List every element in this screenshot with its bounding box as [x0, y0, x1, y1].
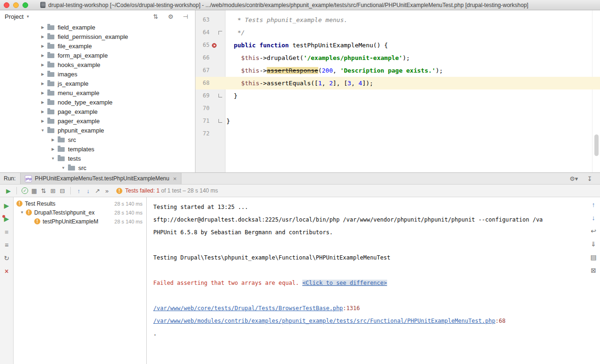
- code-line-72[interactable]: 72: [195, 127, 600, 140]
- more-options-icon[interactable]: »: [102, 186, 112, 195]
- project-tree-item-field_permission_example[interactable]: ▶field_permission_example: [0, 32, 195, 41]
- fold-marker-icon[interactable]: [218, 89, 224, 102]
- code-line-66[interactable]: 66 $this->drupalGet('/examples/phpunit-e…: [195, 52, 600, 64]
- zoom-button[interactable]: [22, 2, 28, 8]
- project-tree-item-images[interactable]: ▶images: [0, 69, 195, 79]
- chevron-collapsed-icon[interactable]: ▶: [39, 63, 46, 67]
- collapse-all-button[interactable]: ⊟: [58, 186, 67, 195]
- chevron-collapsed-icon[interactable]: ▶: [39, 53, 46, 58]
- test-tree-row-2[interactable]: testPhpUnitExampleM28 s 140 ms: [14, 217, 146, 226]
- chevron-expanded-icon[interactable]: ▼: [39, 128, 46, 133]
- test-tree-row-0[interactable]: Test Results28 s 140 ms: [14, 199, 146, 208]
- chevron-expanded-icon[interactable]: ▼: [18, 210, 26, 215]
- project-tree-item-menu_example[interactable]: ▶menu_example: [0, 88, 195, 97]
- chevron-collapsed-icon[interactable]: ▶: [39, 25, 46, 30]
- show-ignored-button[interactable]: ▦: [30, 186, 39, 195]
- project-tree-item-page_example[interactable]: ▶page_example: [0, 107, 195, 116]
- sort-alphabetically-button[interactable]: ⇅: [39, 186, 48, 195]
- project-tree-item-hooks_example[interactable]: ▶hooks_example: [0, 60, 195, 69]
- failed-test-gutter-icon[interactable]: [210, 39, 218, 52]
- down-stacktrace-button[interactable]: ↓: [589, 213, 598, 223]
- close-run-panel-button[interactable]: ×: [2, 267, 11, 276]
- chevron-expanded-icon[interactable]: ▼: [50, 156, 56, 161]
- code-line-65[interactable]: 65 public function testPhpUnitExampleMen…: [195, 39, 600, 52]
- project-tree-item-file_example[interactable]: ▶file_example: [0, 41, 195, 51]
- test-history-button[interactable]: ↻: [2, 253, 11, 263]
- project-tree-item-pager_example[interactable]: ▶pager_example: [0, 116, 195, 126]
- fold-marker-icon[interactable]: [218, 26, 224, 39]
- minimize-button[interactable]: [13, 2, 19, 8]
- up-stacktrace-button[interactable]: ↑: [589, 200, 598, 209]
- code-editor[interactable]: 63 * Tests phpunit_example menus.64 */65…: [195, 10, 600, 172]
- soft-wrap-button[interactable]: ↩: [589, 226, 598, 236]
- code-line-70[interactable]: 70: [195, 102, 600, 115]
- import-test-results-button[interactable]: ↗: [93, 186, 102, 195]
- code-line-68[interactable]: 68 $this->assertEquals([1, 2], [3, 4]);: [195, 77, 600, 89]
- tree-item-label: phpunit_example: [58, 127, 104, 134]
- next-failed-test-button[interactable]: ↓: [83, 186, 93, 195]
- chevron-expanded-icon[interactable]: ▼: [60, 166, 67, 170]
- fold-marker-icon[interactable]: [218, 115, 224, 127]
- project-tree-item-tests[interactable]: ▼tests: [0, 154, 195, 163]
- chevron-collapsed-icon[interactable]: ▶: [39, 100, 46, 104]
- chevron-collapsed-icon[interactable]: ▶: [39, 119, 46, 123]
- scroll-to-end-button[interactable]: ⇓: [589, 239, 598, 249]
- stop-button[interactable]: ■: [2, 227, 11, 237]
- code-line-67[interactable]: 67 $this->assertResponse(200, 'Descripti…: [195, 64, 600, 77]
- code-line-69[interactable]: 69 }: [195, 89, 600, 102]
- status-detail-text: of 1 test – 28 s 140 ms: [159, 187, 218, 194]
- project-tree-item-src[interactable]: ▶src: [0, 135, 195, 144]
- folder-icon: [68, 166, 75, 171]
- settings-gear-icon[interactable]: ⚙: [166, 12, 175, 21]
- project-panel-title: Project: [5, 13, 23, 20]
- rerun-test-button[interactable]: ▶: [2, 201, 11, 210]
- rerun-all-tests-button[interactable]: ▶: [4, 186, 13, 195]
- project-view-selector[interactable]: Project ▼: [5, 13, 30, 20]
- chevron-collapsed-icon[interactable]: ▶: [50, 147, 56, 151]
- project-tree-item-field_example[interactable]: ▶field_example: [0, 22, 195, 32]
- code-line-64[interactable]: 64 */: [195, 26, 600, 39]
- project-tree-item-form_api_example[interactable]: ▶form_api_example: [0, 51, 195, 60]
- restore-layout-button[interactable]: ≡: [2, 240, 11, 250]
- project-tree-item-templates[interactable]: ▶templates: [0, 144, 195, 154]
- expand-all-button[interactable]: ⊞: [48, 186, 58, 195]
- chevron-collapsed-icon[interactable]: ▶: [39, 110, 46, 114]
- project-tree-item-src[interactable]: ▼src: [0, 163, 195, 172]
- project-tree-item-node_type_example[interactable]: ▶node_type_example: [0, 97, 195, 107]
- run-tab-close-icon[interactable]: ×: [173, 176, 177, 182]
- difference-link[interactable]: <Click to see difference>: [302, 280, 387, 286]
- previous-failed-test-button[interactable]: ↑: [74, 186, 83, 195]
- tree-item-label: file_example: [58, 43, 92, 50]
- chevron-collapsed-icon[interactable]: ▶: [50, 138, 56, 142]
- chevron-collapsed-icon[interactable]: ▶: [39, 35, 46, 39]
- run-tab[interactable]: php PHPUnitExampleMenuTest.testPhpUnitEx…: [20, 173, 181, 184]
- code-line-71[interactable]: 71}: [195, 115, 600, 127]
- stack-frame-link[interactable]: /var/www/web/modules/contrib/examples/ph…: [153, 318, 495, 324]
- print-button[interactable]: ▤: [589, 253, 598, 262]
- project-tree-item-phpunit_example[interactable]: ▼phpunit_example: [0, 126, 195, 135]
- console-line-3: [153, 239, 587, 252]
- clear-console-button[interactable]: ⊠: [589, 266, 598, 275]
- test-tree-row-1[interactable]: ▼Drupal\Tests\phpunit_ex28 s 140 ms: [14, 208, 146, 217]
- editor-scrollbar-thumb[interactable]: [594, 134, 599, 156]
- hide-panel-icon[interactable]: ⊣: [181, 12, 190, 21]
- hide-run-panel-icon[interactable]: ↧: [585, 174, 594, 183]
- chevron-collapsed-icon[interactable]: ▶: [39, 44, 46, 48]
- gutter: 66: [195, 52, 225, 64]
- collapse-all-icon[interactable]: ⇅: [151, 12, 160, 21]
- rerun-failed-tests-button[interactable]: ▶: [2, 214, 11, 223]
- stack-frame-link[interactable]: /var/www/web/core/tests/Drupal/Tests/Bro…: [153, 305, 343, 312]
- show-passed-button[interactable]: ✓: [22, 187, 28, 194]
- close-button[interactable]: [4, 2, 9, 8]
- chevron-collapsed-icon[interactable]: ▶: [39, 72, 46, 76]
- console-text: Testing Drupal\Tests\phpunit_example\Fun…: [153, 254, 390, 261]
- project-tree-item-js_example[interactable]: ▶js_example: [0, 79, 195, 88]
- run-settings-gear-icon[interactable]: ⚙▾: [569, 174, 578, 183]
- code-line-63[interactable]: 63 * Tests phpunit_example menus.: [195, 14, 600, 26]
- chevron-collapsed-icon[interactable]: ▶: [39, 91, 46, 95]
- code-text: $this->drupalGet('/examples/phpunit-exam…: [225, 52, 410, 64]
- test-console[interactable]: Testing started at 13:25 ...sftp://docke…: [147, 197, 587, 364]
- gutter-spacer: [210, 64, 218, 77]
- chevron-collapsed-icon[interactable]: ▶: [39, 82, 46, 86]
- test-name-label: testPhpUnitExampleM: [43, 218, 98, 225]
